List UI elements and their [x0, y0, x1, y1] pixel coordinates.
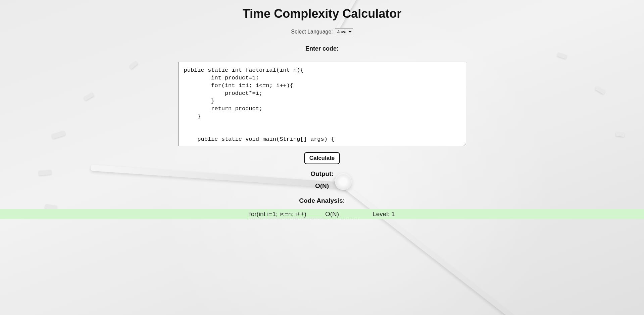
analysis-level: Level: 1 — [359, 210, 395, 218]
analysis-complexity: O(N) — [323, 210, 359, 218]
language-label: Select Language: — [291, 29, 333, 35]
code-input-label: Enter code: — [305, 45, 339, 52]
language-select[interactable]: Java — [335, 28, 353, 35]
analysis-code-snippet: for(int i=1; i<=n; i++) — [249, 210, 323, 218]
output-label: Output: — [310, 170, 334, 178]
analysis-row: for(int i=1; i<=n; i++) O(N) Level: 1 — [0, 209, 644, 219]
calculate-button[interactable]: Calculate — [304, 152, 340, 164]
page-title: Time Complexity Calculator — [243, 7, 401, 21]
language-row: Select Language: Java — [291, 28, 353, 35]
main-container: Time Complexity Calculator Select Langua… — [0, 0, 644, 219]
output-value: O(N) — [315, 182, 329, 190]
analysis-label: Code Analysis: — [299, 197, 345, 204]
code-input[interactable] — [178, 62, 466, 146]
